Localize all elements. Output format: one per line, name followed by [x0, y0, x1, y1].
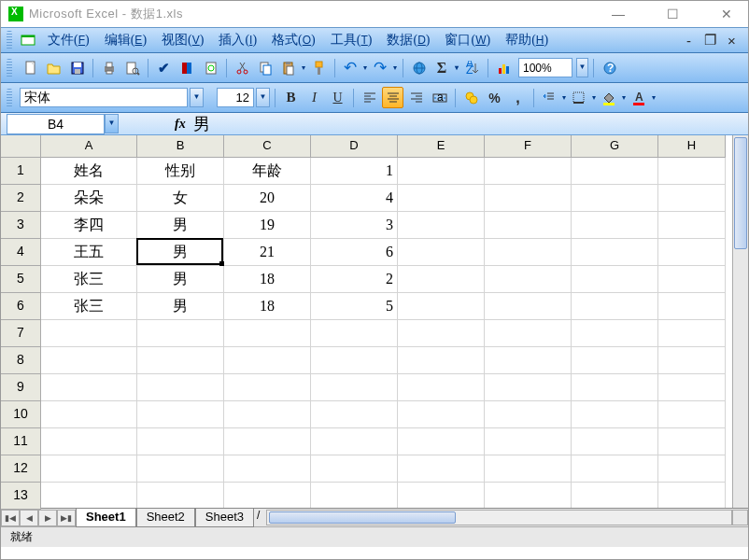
- mdi-minimize-button[interactable]: -: [678, 30, 700, 51]
- toolbar-handle[interactable]: [7, 31, 12, 49]
- cell-G6[interactable]: [572, 293, 658, 320]
- menu-o[interactable]: 格式(O): [264, 28, 323, 52]
- cell-D11[interactable]: [311, 428, 398, 455]
- row-head-3[interactable]: 3: [1, 212, 41, 239]
- borders-button[interactable]: [569, 87, 597, 108]
- font-selector[interactable]: 宋体: [20, 88, 188, 107]
- tab-nav-next[interactable]: ▶: [38, 510, 57, 526]
- comma-button[interactable]: ,: [507, 87, 529, 108]
- col-head-C[interactable]: C: [224, 135, 311, 158]
- cell-G9[interactable]: [572, 374, 658, 401]
- cell-D12[interactable]: [311, 455, 398, 483]
- cell-B1[interactable]: 性别: [137, 158, 224, 185]
- cell-F1[interactable]: [485, 158, 572, 185]
- cell-B3[interactable]: 男: [137, 212, 224, 239]
- cell-F3[interactable]: [485, 212, 572, 239]
- font-size-dropdown[interactable]: ▼: [256, 88, 270, 107]
- cell-A4[interactable]: 王五: [41, 239, 137, 266]
- tab-nav-first[interactable]: ▮◀: [1, 510, 20, 526]
- cell-C6[interactable]: 18: [224, 293, 311, 320]
- italic-button[interactable]: I: [304, 87, 325, 108]
- autosum-button[interactable]: Σ: [431, 57, 459, 78]
- cell-H12[interactable]: [658, 455, 726, 483]
- menu-i[interactable]: 插入(I): [211, 28, 264, 52]
- menu-d[interactable]: 数据(D): [379, 28, 437, 52]
- cell-F10[interactable]: [485, 401, 572, 428]
- scroll-thumb[interactable]: [734, 137, 747, 249]
- cell-A2[interactable]: 朵朵: [41, 185, 137, 212]
- cell-G1[interactable]: [572, 158, 658, 185]
- cell-E6[interactable]: [398, 293, 485, 320]
- cell-B9[interactable]: [137, 374, 224, 401]
- print-preview-button[interactable]: [121, 57, 143, 78]
- sort-asc-button[interactable]: AZ: [461, 57, 483, 78]
- mdi-restore-button[interactable]: ❐: [700, 30, 721, 51]
- cell-D6[interactable]: 5: [311, 293, 398, 320]
- cell-A13[interactable]: [41, 483, 137, 508]
- col-head-F[interactable]: F: [485, 135, 572, 158]
- toolbar-handle[interactable]: [7, 59, 12, 77]
- cell-B2[interactable]: 女: [137, 185, 224, 212]
- fx-label[interactable]: fx: [175, 117, 186, 132]
- cell-G2[interactable]: [572, 185, 658, 212]
- chart-button[interactable]: [493, 57, 515, 78]
- cell-G8[interactable]: [572, 347, 658, 374]
- cell-G4[interactable]: [572, 239, 658, 266]
- cell-G3[interactable]: [572, 212, 658, 239]
- col-head-H[interactable]: H: [658, 135, 726, 158]
- tab-nav-prev[interactable]: ◀: [20, 510, 38, 526]
- cell-E13[interactable]: [398, 483, 485, 508]
- cell-E11[interactable]: [398, 428, 485, 455]
- select-all-corner[interactable]: [1, 135, 41, 158]
- cell-A7[interactable]: [41, 320, 137, 347]
- cell-C11[interactable]: [224, 428, 311, 455]
- cell-D7[interactable]: [311, 320, 398, 347]
- cell-B10[interactable]: [137, 401, 224, 428]
- sheet-tab-sheet3[interactable]: Sheet3: [195, 509, 254, 527]
- col-head-B[interactable]: B: [137, 135, 224, 158]
- cell-F5[interactable]: [485, 266, 572, 293]
- cell-B11[interactable]: [137, 428, 224, 455]
- cell-A5[interactable]: 张三: [41, 266, 137, 293]
- cell-H5[interactable]: [658, 266, 726, 293]
- col-head-E[interactable]: E: [398, 135, 485, 158]
- cell-C8[interactable]: [224, 347, 311, 374]
- font-dropdown[interactable]: ▼: [190, 88, 204, 107]
- font-size-selector[interactable]: 12: [217, 88, 254, 107]
- cell-H3[interactable]: [658, 212, 726, 239]
- recent-button[interactable]: [200, 57, 221, 78]
- cell-C2[interactable]: 20: [224, 185, 311, 212]
- cell-D5[interactable]: 2: [311, 266, 398, 293]
- cell-A11[interactable]: [41, 428, 137, 455]
- hyperlink-button[interactable]: [408, 57, 430, 78]
- cell-A1[interactable]: 姓名: [41, 158, 137, 185]
- align-right-button[interactable]: [405, 87, 427, 108]
- menu-w[interactable]: 窗口(W): [437, 28, 498, 52]
- save-button[interactable]: [66, 57, 88, 78]
- cell-B7[interactable]: [137, 320, 224, 347]
- cell-C9[interactable]: [224, 374, 311, 401]
- currency-button[interactable]: [460, 87, 482, 108]
- menu-e[interactable]: 编辑(E): [97, 28, 154, 52]
- cell-H2[interactable]: [658, 185, 726, 212]
- research-button[interactable]: [177, 57, 198, 78]
- cell-C13[interactable]: [224, 483, 311, 508]
- cell-H6[interactable]: [658, 293, 726, 320]
- cell-C3[interactable]: 19: [224, 212, 311, 239]
- cell-D13[interactable]: [311, 483, 398, 508]
- cell-H4[interactable]: [658, 239, 726, 266]
- undo-button[interactable]: ↶: [340, 57, 368, 78]
- cell-H1[interactable]: [658, 158, 726, 185]
- excel-icon[interactable]: [20, 32, 36, 49]
- row-head-2[interactable]: 2: [1, 185, 41, 212]
- cell-D3[interactable]: 3: [311, 212, 398, 239]
- spelling-button[interactable]: ✔: [153, 57, 175, 78]
- cell-D10[interactable]: [311, 401, 398, 428]
- cell-A10[interactable]: [41, 401, 137, 428]
- align-center-button[interactable]: [382, 87, 403, 108]
- cell-D4[interactable]: 6: [311, 239, 398, 266]
- menu-t[interactable]: 工具(T): [323, 28, 380, 52]
- row-head-6[interactable]: 6: [1, 293, 41, 320]
- tab-nav-last[interactable]: ▶▮: [57, 510, 76, 526]
- menu-f[interactable]: 文件(F): [40, 28, 97, 52]
